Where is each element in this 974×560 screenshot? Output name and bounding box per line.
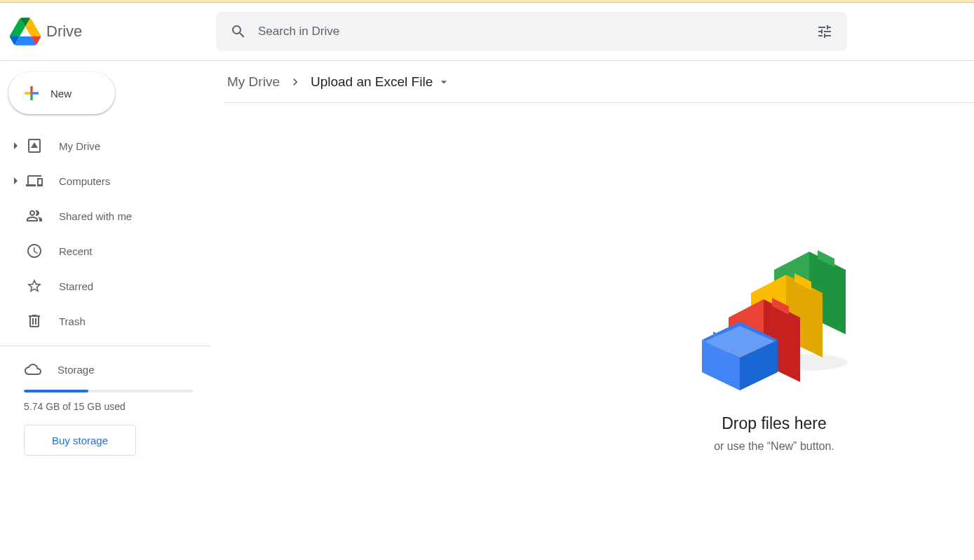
nav-my-drive[interactable]: My Drive bbox=[0, 128, 199, 163]
nav-computers[interactable]: Computers bbox=[0, 163, 199, 198]
empty-state: Drop files here or use the “New” button. bbox=[694, 250, 855, 453]
empty-folders-illustration bbox=[694, 250, 855, 397]
empty-title: Drop files here bbox=[694, 414, 855, 433]
search-bar bbox=[216, 12, 847, 51]
computers-icon bbox=[25, 172, 43, 190]
nav-storage[interactable]: Storage bbox=[24, 360, 194, 378]
nav-trash[interactable]: Trash bbox=[0, 303, 199, 339]
trash-icon bbox=[25, 312, 43, 330]
storage-meter bbox=[24, 390, 194, 392]
nav-starred[interactable]: Starred bbox=[0, 268, 199, 303]
search-icon[interactable] bbox=[223, 16, 254, 47]
nav-label: Computers bbox=[59, 175, 110, 187]
sidebar: New My Drive Computers bbox=[0, 61, 210, 560]
new-button[interactable]: New bbox=[8, 72, 115, 114]
nav-list: My Drive Computers Shared with me bbox=[0, 128, 210, 339]
storage-label: Storage bbox=[58, 364, 95, 376]
brand[interactable]: Drive bbox=[10, 18, 216, 46]
content-area[interactable]: Drop files here or use the “New” button. bbox=[224, 103, 974, 560]
cloud-icon bbox=[24, 360, 42, 378]
buy-storage-button[interactable]: Buy storage bbox=[24, 425, 136, 456]
expand-icon[interactable] bbox=[10, 142, 21, 149]
dropdown-icon bbox=[437, 75, 451, 89]
star-icon bbox=[25, 277, 43, 295]
nav-shared[interactable]: Shared with me bbox=[0, 198, 199, 233]
nav-label: Trash bbox=[59, 315, 86, 327]
app-name: Drive bbox=[46, 22, 82, 41]
storage-usage-text: 5.74 GB of 15 GB used bbox=[24, 401, 194, 412]
breadcrumb-current-label: Upload an Excel File bbox=[311, 74, 433, 90]
my-drive-icon bbox=[25, 137, 43, 155]
storage-meter-fill bbox=[24, 390, 88, 392]
nav-label: My Drive bbox=[59, 140, 100, 152]
nav-label: Shared with me bbox=[59, 210, 132, 222]
storage-section: Storage 5.74 GB of 15 GB used Buy storag… bbox=[0, 353, 210, 456]
empty-subtitle: or use the “New” button. bbox=[694, 440, 855, 453]
breadcrumb: My Drive Upload an Excel File bbox=[224, 61, 974, 103]
buy-storage-label: Buy storage bbox=[52, 435, 108, 446]
search-input[interactable] bbox=[254, 25, 809, 39]
nav-recent[interactable]: Recent bbox=[0, 233, 199, 268]
chevron-right-icon bbox=[288, 75, 302, 89]
drive-logo-icon bbox=[10, 18, 41, 46]
breadcrumb-current[interactable]: Upload an Excel File bbox=[308, 71, 454, 93]
nav-label: Starred bbox=[59, 280, 93, 292]
nav-label: Recent bbox=[59, 245, 93, 257]
breadcrumb-root[interactable]: My Drive bbox=[224, 71, 283, 93]
expand-icon[interactable] bbox=[10, 177, 21, 184]
recent-icon bbox=[25, 242, 43, 260]
search-options-icon[interactable] bbox=[809, 16, 840, 47]
divider bbox=[0, 346, 210, 346]
shared-icon bbox=[25, 207, 43, 225]
main: My Drive Upload an Excel File bbox=[210, 61, 974, 560]
header: Drive bbox=[0, 3, 974, 61]
new-button-label: New bbox=[50, 88, 72, 100]
plus-icon bbox=[21, 83, 42, 104]
